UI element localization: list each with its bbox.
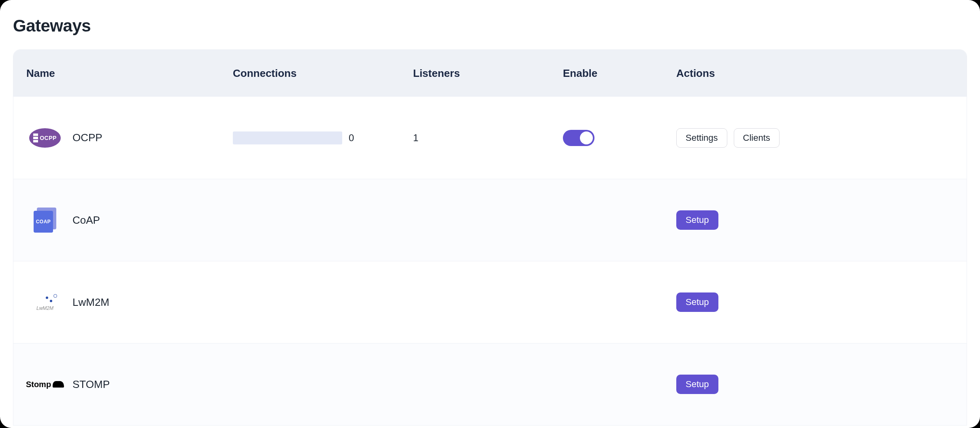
connections-cell [233,302,413,303]
listeners-cell [413,384,563,385]
listeners-cell [413,302,563,303]
gateway-name: STOMP [72,378,110,391]
ocpp-icon: OCPP [26,126,64,150]
page-frame: Gateways Name Connections Listeners Enab… [0,0,980,428]
enable-cell [563,302,676,303]
actions-cell: Setup [676,292,954,312]
enable-toggle[interactable] [563,130,594,146]
col-name: Name [26,67,233,80]
table-row: LwM2M LwM2M Setup [13,261,967,343]
ocpp-icon-label: OCPP [40,135,57,141]
table-row: Stomp STOMP Setup [13,343,967,425]
table-row: COAP CoAP Setup [13,179,967,261]
connections-cell [233,220,413,220]
enable-cell [563,220,676,220]
connections-cell: 0 [233,131,413,144]
coap-icon-label: COAP [36,219,51,225]
connections-cell [233,384,413,385]
clients-button[interactable]: Clients [734,128,780,148]
setup-button[interactable]: Setup [676,210,718,230]
gateways-table: Name Connections Listeners Enable Action… [13,49,967,426]
table-body: OCPP OCPP 0 1 Settings [13,97,967,425]
actions-cell: Setup [676,210,954,230]
name-cell: COAP CoAP [26,208,233,232]
listeners-cell [413,220,563,220]
col-actions: Actions [676,67,954,80]
toggle-knob [580,131,593,144]
col-connections: Connections [233,67,413,80]
enable-cell [563,384,676,385]
col-enable: Enable [563,67,676,80]
connections-bar [233,131,342,144]
enable-cell [563,130,676,146]
gateway-name: LwM2M [72,296,109,309]
lwm2m-icon-label: LwM2M [36,305,53,311]
actions-cell: Setup [676,375,954,394]
name-cell: Stomp STOMP [26,372,233,396]
setup-button[interactable]: Setup [676,292,718,312]
stomp-icon-label: Stomp [26,380,51,389]
stomp-icon: Stomp [26,372,64,396]
page-title: Gateways [13,16,967,36]
setup-button[interactable]: Setup [676,375,718,394]
listeners-cell: 1 [413,132,563,144]
listeners-value: 1 [413,132,418,143]
coap-icon: COAP [26,208,64,232]
table-header: Name Connections Listeners Enable Action… [13,50,967,97]
col-listeners: Listeners [413,67,563,80]
connections-value: 0 [349,132,354,144]
lwm2m-icon: LwM2M [26,290,64,314]
name-cell: LwM2M LwM2M [26,290,233,314]
gateway-name: CoAP [72,214,100,227]
name-cell: OCPP OCPP [26,126,233,150]
gateway-name: OCPP [72,131,102,144]
table-row: OCPP OCPP 0 1 Settings [13,97,967,179]
actions-cell: Settings Clients [676,128,954,148]
boot-icon [53,381,64,388]
settings-button[interactable]: Settings [676,128,727,148]
